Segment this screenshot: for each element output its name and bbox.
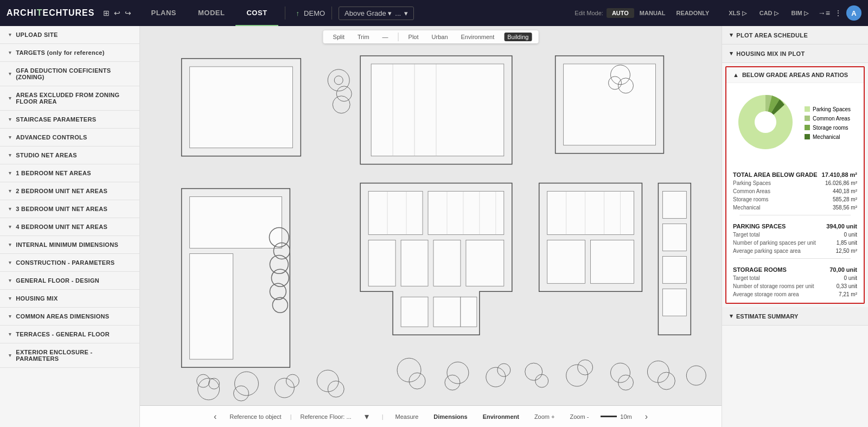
legend-label-parking: Parking Spaces: [813, 106, 851, 112]
urban-button[interactable]: Urban: [429, 33, 451, 41]
dash-separator: —: [379, 33, 392, 41]
sidebar-item-gfa[interactable]: ▾ GFA DEDUCTION COEFICIENTS (ZONING): [0, 62, 139, 86]
section-divider-2: [739, 258, 851, 259]
sidebar-item-common-areas[interactable]: ▾ COMMON AREAS DIMENSIONS: [0, 308, 139, 326]
chart-area: Parking Spaces Common Areas Storage room…: [726, 83, 864, 163]
sidebar-item-label: AREAS EXCLUDED FROM ZONING FLOOR AREA: [16, 92, 131, 105]
legend-item-storage: Storage rooms: [805, 125, 851, 131]
parking-number-label: Number of parking spaces per unit: [733, 240, 816, 246]
grade-selector[interactable]: Above Grade ▾ ... ▾: [339, 7, 414, 20]
bottom-bar-sep-2: |: [382, 413, 384, 420]
nav-right-arrow[interactable]: ›: [641, 412, 652, 422]
sidebar-item-staircase[interactable]: ▾ STAIRCASE PARAMETERS: [0, 111, 139, 129]
sidebar-item-construction[interactable]: ▾ CONSTRUCTION - PARAMETERS: [0, 254, 139, 272]
grade-extra: ...: [395, 9, 401, 17]
tab-cost[interactable]: COST: [235, 0, 278, 26]
svg-rect-75: [662, 256, 686, 283]
sidebar-item-3bedroom[interactable]: ▾ 3 BEDROOM UNIT NET AREAS: [0, 200, 139, 218]
sidebar-item-label: EXTERIOR ENCLOSURE - PARAMETERS: [16, 349, 131, 362]
parking-avg-row: Average parking space area 12,50 m²: [733, 247, 857, 255]
grade-label: Above Grade ▾: [344, 9, 392, 17]
total-area-value: 17.410,88 m²: [822, 171, 857, 178]
pie-chart-svg: [733, 90, 798, 155]
mechanical-label: Mechanical: [733, 205, 761, 211]
trim-button[interactable]: Trim: [354, 33, 373, 41]
parking-target-value: 0 unit: [844, 232, 857, 238]
housing-mix-header[interactable]: ▾ HOUSING MIX IN PLOT: [722, 44, 868, 62]
avatar[interactable]: A: [846, 5, 861, 21]
svg-rect-31: [466, 240, 504, 286]
storage-rooms-header-row: STORAGE ROOMS 70,00 unit: [733, 262, 857, 274]
estimate-summary-header[interactable]: ▾ ESTIMATE SUMMARY: [722, 307, 868, 325]
svg-rect-27: [428, 192, 504, 235]
below-grade-section: ▲ BELOW GRADE AREAS AND RATIOS: [725, 66, 865, 304]
edit-mode-manual[interactable]: MANUAL: [634, 8, 671, 18]
parking-avg-label: Average parking space area: [733, 248, 801, 254]
sidebar-item-areas-excluded[interactable]: ▾ AREAS EXCLUDED FROM ZONING FLOOR AREA: [0, 86, 139, 111]
sidebar-item-advanced-controls[interactable]: ▾ ADVANCED CONTROLS: [0, 129, 139, 146]
sidebar-item-label: 2 BEDROOM UNIT NET AREAS: [16, 188, 107, 194]
sidebar-item-label: STAIRCASE PARAMETERS: [16, 116, 96, 123]
nav-left-arrow[interactable]: ‹: [209, 412, 221, 422]
edit-mode-readonly[interactable]: READONLY: [671, 8, 715, 18]
sidebar-item-studio[interactable]: ▾ STUDIO NET AREAS: [0, 146, 139, 164]
zoom-in-button[interactable]: Zoom +: [531, 412, 558, 421]
storage-number-value: 0,33 unit: [837, 283, 857, 289]
sidebar-item-1bedroom[interactable]: ▾ 1 BEDROOM NET AREAS: [0, 164, 139, 182]
sidebar-item-general-floor[interactable]: ▾ GENERAL FLOOR - DESIGN: [0, 272, 139, 290]
zoom-out-button[interactable]: Zoom -: [567, 412, 592, 421]
chevron-icon: ▾: [9, 170, 11, 176]
more-options-icon[interactable]: ⋮: [834, 9, 842, 17]
menu-arrows-icon[interactable]: →≡: [818, 9, 830, 17]
tab-model[interactable]: MODEL: [187, 0, 235, 26]
legend-label-mechanical: Mechanical: [813, 134, 840, 140]
edit-mode-auto[interactable]: AUTO: [607, 8, 634, 18]
environment-button[interactable]: Environment: [458, 33, 498, 41]
canvas-area[interactable]: Split Trim — Plot Urban Environment Buil…: [140, 26, 722, 427]
plot-button[interactable]: Plot: [405, 33, 422, 41]
sidebar-item-4bedroom[interactable]: ▾ 4 BEDROOM UNIT NET AREAS: [0, 218, 139, 236]
legend-item-parking: Parking Spaces: [805, 106, 851, 112]
building-button[interactable]: Building: [504, 33, 532, 41]
export-bim-button[interactable]: BIM ▷: [786, 8, 814, 18]
svg-rect-43: [591, 240, 634, 283]
floor-plan-area: [140, 26, 722, 405]
parking-target-row: Target total 0 unit: [733, 231, 857, 239]
legend-dot-storage: [805, 125, 810, 130]
chevron-icon: ▾: [9, 206, 11, 212]
parking-spaces-label: Parking Spaces: [733, 180, 771, 186]
legend-dot-parking: [805, 106, 810, 112]
floor-chevron-icon[interactable]: ▾: [360, 411, 373, 422]
sidebar-item-terraces[interactable]: ▾ TERRACES - GENERAL FLOOR: [0, 326, 139, 343]
chevron-icon: ▾: [9, 224, 11, 230]
legend-label-storage: Storage rooms: [813, 125, 848, 131]
export-xls-button[interactable]: XLS ▷: [723, 8, 751, 18]
measure-button[interactable]: Measure: [392, 412, 422, 421]
main-area: ▾ UPLOAD SITE ▾ TARGETS (only for refere…: [0, 26, 868, 427]
tab-plans[interactable]: PLANS: [140, 0, 187, 26]
split-button[interactable]: Split: [330, 33, 348, 41]
below-grade-header[interactable]: ▲ BELOW GRADE AREAS AND RATIOS: [726, 67, 864, 83]
svg-rect-73: [662, 192, 686, 219]
chevron-icon: ▾: [9, 332, 11, 337]
housing-mix-label: HOUSING MIX IN PLOT: [736, 50, 805, 57]
svg-point-78: [755, 111, 776, 133]
sidebar-item-internal-dims[interactable]: ▾ INTERNAL MINIMUM DIMENSIONS: [0, 236, 139, 254]
sidebar-item-2bedroom[interactable]: ▾ 2 BEDROOM UNIT NET AREAS: [0, 182, 139, 200]
sidebar-item-upload-site[interactable]: ▾ UPLOAD SITE: [0, 26, 139, 44]
plot-area-schedule-header[interactable]: ▾ PLOT AREA SCHEDULE: [722, 26, 868, 44]
svg-rect-8: [371, 64, 504, 156]
undo-icon[interactable]: ↩: [114, 9, 120, 17]
app-logo: ARCHITECHTURES: [7, 8, 94, 18]
dimensions-button[interactable]: Dimensions: [430, 412, 470, 421]
parking-spaces-header-row: PARKING SPACES 394,00 unit: [733, 219, 857, 231]
redo-icon[interactable]: ↪: [125, 9, 131, 17]
export-cad-button[interactable]: CAD ▷: [754, 8, 784, 18]
window-icon[interactable]: ⊞: [103, 9, 110, 17]
sidebar-item-targets[interactable]: ▾ TARGETS (only for reference): [0, 44, 139, 62]
sidebar-item-exterior[interactable]: ▾ EXTERIOR ENCLOSURE - PARAMETERS: [0, 343, 139, 368]
environment-canvas-button[interactable]: Environment: [480, 412, 522, 421]
storage-avg-label: Average storage room area: [733, 291, 799, 297]
sidebar-item-housing-mix[interactable]: ▾ HOUSING MIX: [0, 290, 139, 308]
project-name[interactable]: DEMO: [304, 9, 325, 17]
